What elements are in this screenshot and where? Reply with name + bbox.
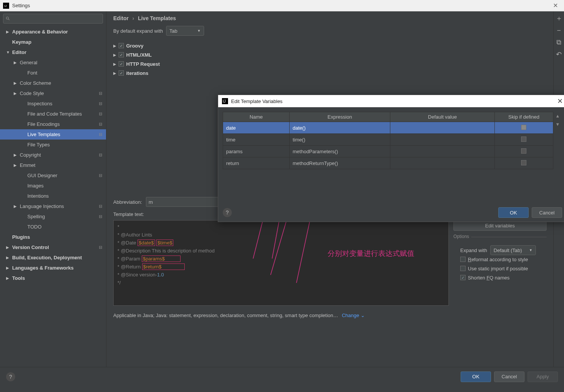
sidebar-item-images[interactable]: Images (0, 181, 106, 191)
app-icon: IJ (3, 3, 9, 9)
footer-ok-button[interactable]: OK (461, 371, 491, 382)
footer-cancel-button[interactable]: Cancel (494, 371, 524, 382)
sidebar-item-label: Font (27, 70, 103, 76)
cell-name[interactable]: return (223, 157, 290, 169)
sidebar-item-keymap[interactable]: Keymap (0, 37, 106, 47)
sidebar-item-gui-designer[interactable]: GUI Designer⊟ (0, 170, 106, 181)
var-return: $return$ (142, 263, 185, 270)
sidebar-item-label: Images (27, 183, 103, 189)
gear-icon: ⊟ (99, 214, 102, 219)
expand-arrow-icon: ▶ (6, 245, 11, 249)
group-checkbox[interactable]: ✓ (119, 61, 124, 67)
dialog-cancel-button[interactable]: Cancel (532, 207, 562, 218)
sidebar-item-editor[interactable]: ▼Editor (0, 47, 106, 57)
cell-expression[interactable]: methodReturnType() (290, 157, 390, 169)
cell-default[interactable] (390, 146, 495, 157)
expand-with-label: By default expand with (113, 28, 163, 34)
move-down-button[interactable]: ▼ (555, 122, 560, 127)
expand-arrow-icon: ▶ (14, 153, 18, 157)
expand-arrow-icon: ▶ (6, 276, 11, 280)
cell-skip[interactable] (495, 122, 553, 134)
sidebar-item-file-encodings[interactable]: File Encodings⊟ (0, 119, 106, 129)
sidebar-item-intentions[interactable]: Intentions (0, 191, 106, 201)
expand-arrow-icon: ▶ (14, 91, 18, 95)
cell-name[interactable]: date (223, 122, 290, 134)
move-up-button[interactable]: ▲ (555, 113, 560, 119)
cell-default[interactable] (390, 157, 495, 169)
dialog-close-button[interactable]: ✕ (557, 97, 563, 105)
sidebar-item-code-style[interactable]: ▶Code Style⊟ (0, 88, 106, 98)
expand-with-combo[interactable]: Tab ▼ (166, 26, 204, 36)
group-checkbox[interactable]: ✓ (119, 52, 124, 57)
sidebar-item-plugins[interactable]: Plugins (0, 232, 106, 242)
add-template-button[interactable]: ＋ (556, 14, 562, 23)
svg-text:IJ: IJ (223, 99, 226, 103)
footer-help-button[interactable]: ? (6, 372, 15, 381)
sidebar-item-file-types[interactable]: File Types (0, 140, 106, 150)
table-row[interactable]: returnmethodReturnType() (223, 157, 553, 169)
cell-default[interactable] (390, 122, 495, 134)
cell-expression[interactable]: methodParameters() (290, 146, 390, 157)
table-row[interactable]: datedate() (223, 122, 553, 134)
sidebar-item-appearance-behavior[interactable]: ▶Appearance & Behavior (0, 27, 106, 37)
window-close-button[interactable]: ✕ (550, 2, 561, 9)
option-expand-with-combo[interactable]: Default (Tab) ▼ (490, 245, 536, 255)
table-row[interactable]: timetime() (223, 134, 553, 146)
dialog-ok-button[interactable]: OK (498, 207, 529, 218)
sidebar-item-build-execution-deployment[interactable]: ▶Build, Execution, Deployment (0, 252, 106, 263)
cell-name[interactable]: time (223, 134, 290, 146)
sidebar-item-color-scheme[interactable]: ▶Color Scheme (0, 78, 106, 88)
sidebar-item-font[interactable]: Font (0, 68, 106, 78)
sidebar-item-version-control[interactable]: ▶Version Control⊟ (0, 242, 106, 252)
abbreviation-input[interactable] (146, 197, 230, 207)
expand-arrow-icon: ▶ (14, 60, 18, 65)
sidebar-item-languages-frameworks[interactable]: ▶Languages & Frameworks (0, 263, 106, 273)
expand-arrow-icon: ▶ (113, 71, 119, 75)
static-import-checkbox[interactable] (460, 266, 466, 271)
chevron-down-icon: ▼ (529, 248, 532, 252)
sidebar-item-spelling[interactable]: Spelling⊟ (0, 211, 106, 222)
breadcrumb-editor[interactable]: Editor (113, 15, 128, 21)
sidebar-item-file-and-code-templates[interactable]: File and Code Templates⊟ (0, 109, 106, 119)
sidebar-item-inspections[interactable]: Inspections⊟ (0, 98, 106, 109)
sidebar-item-label: Copyright (20, 152, 103, 158)
sidebar-item-label: Languages & Frameworks (12, 265, 103, 271)
sidebar-item-tools[interactable]: ▶Tools (0, 273, 106, 283)
variables-table[interactable]: Name Expression Default value Skip if de… (223, 112, 553, 169)
expand-arrow-icon: ▶ (14, 163, 18, 167)
revert-template-button[interactable]: ↶ (556, 50, 562, 59)
help-button[interactable]: ? (223, 208, 232, 217)
cell-expression[interactable]: time() (290, 134, 390, 146)
group-checkbox[interactable]: ✓ (119, 43, 124, 48)
sidebar-item-general[interactable]: ▶General (0, 57, 106, 68)
group-checkbox[interactable]: ✓ (119, 70, 124, 76)
sidebar-item-live-templates[interactable]: Live Templates⊟ (0, 129, 106, 140)
copy-template-button[interactable]: ⧉ (556, 38, 561, 46)
footer-apply-button[interactable]: Apply (528, 371, 558, 382)
table-row[interactable]: paramsmethodParameters() (223, 146, 553, 157)
search-input[interactable] (3, 14, 103, 24)
template-text-editor[interactable]: * * @Author Lints * @Date $date$ $time$ … (113, 220, 449, 306)
change-context-link[interactable]: Change ⌄ (342, 313, 364, 318)
sidebar-item-label: Appearance & Behavior (12, 29, 103, 35)
shorten-fq-checkbox[interactable] (460, 275, 466, 280)
template-group-http-request[interactable]: ▶✓HTTP Request (113, 59, 547, 68)
sidebar-item-label: GUI Designer (27, 173, 103, 178)
template-group-groovy[interactable]: ▶✓Groovy (113, 41, 547, 50)
sidebar-item-todo[interactable]: TODO (0, 222, 106, 232)
cell-expression[interactable]: date() (290, 122, 390, 134)
sidebar-item-copyright[interactable]: ▶Copyright⊟ (0, 150, 106, 160)
reformat-checkbox[interactable] (460, 257, 466, 262)
cell-skip[interactable] (495, 134, 553, 146)
sidebar-item-emmet[interactable]: ▶Emmet (0, 160, 106, 170)
sidebar-item-language-injections[interactable]: ▶Language Injections⊟ (0, 201, 106, 211)
cell-skip[interactable] (495, 157, 553, 169)
cell-default[interactable] (390, 134, 495, 146)
cell-skip[interactable] (495, 146, 553, 157)
template-group-html-xml[interactable]: ▶✓HTML/XML (113, 50, 547, 59)
gear-icon: ⊟ (99, 245, 102, 250)
cell-name[interactable]: params (223, 146, 290, 157)
template-group-iterations[interactable]: ▶✓iterations (113, 68, 547, 78)
remove-template-button[interactable]: − (557, 27, 561, 35)
expand-arrow-icon: ▶ (113, 44, 119, 48)
